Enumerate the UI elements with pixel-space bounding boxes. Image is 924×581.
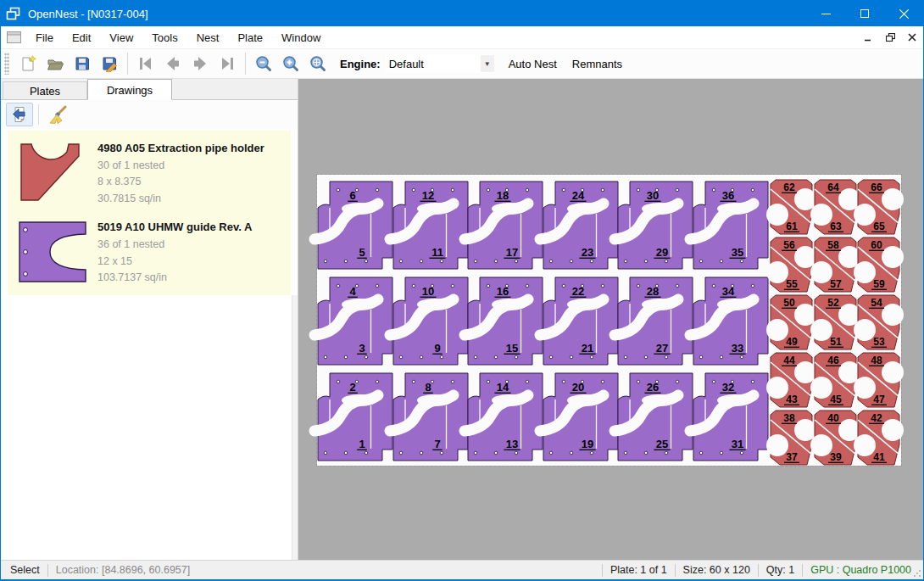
nested-part-pair[interactable]: 2827 <box>618 276 693 366</box>
nested-part-pair[interactable]: 1615 <box>468 276 543 366</box>
nested-part-pair[interactable]: 4039 <box>814 409 857 466</box>
minimize-button[interactable] <box>806 1 845 26</box>
chevron-down-icon[interactable]: ▼ <box>481 55 494 72</box>
menu-tools[interactable]: Tools <box>142 28 186 47</box>
next-plate-button[interactable] <box>186 52 214 75</box>
drawings-list: 4980 A05 Extraction pipe holder 30 of 1 … <box>8 131 291 295</box>
part-number: 24 <box>572 189 585 202</box>
nested-part-pair[interactable]: 1413 <box>468 372 543 462</box>
nested-part-pair[interactable]: 2423 <box>543 180 618 271</box>
nested-part-pair[interactable]: 5251 <box>814 293 857 351</box>
nested-part-pair[interactable]: 2625 <box>618 372 693 462</box>
part-number: 16 <box>497 285 509 298</box>
engine-select[interactable]: Default ▼ <box>386 54 494 73</box>
part-number: 39 <box>830 451 842 463</box>
nested-part-pair[interactable]: 4847 <box>857 351 900 409</box>
nested-part-pair[interactable]: 21 <box>318 372 392 462</box>
clean-broom-button[interactable] <box>44 103 71 126</box>
drawing-thumbnail-purple <box>14 219 92 286</box>
save-as-button[interactable] <box>96 52 123 75</box>
plate[interactable]: 6512111817242330293635431091615222128273… <box>317 175 901 466</box>
part-number: 5 <box>359 246 365 259</box>
nested-part-pair[interactable]: 5049 <box>770 293 813 351</box>
toolbar-grip[interactable] <box>4 53 9 75</box>
part-number: 28 <box>647 285 659 298</box>
document-system-icon[interactable] <box>1 31 26 43</box>
mdi-restore-button[interactable] <box>879 28 901 47</box>
mdi-close-button[interactable] <box>901 28 923 47</box>
panel-scrollbar[interactable] <box>292 295 298 560</box>
last-plate-button[interactable] <box>214 52 241 75</box>
nested-part-pair[interactable]: 3433 <box>693 276 768 366</box>
nested-part-pair[interactable]: 1817 <box>468 180 543 271</box>
zoom-out-button[interactable] <box>250 52 277 75</box>
nested-part-pair[interactable]: 4443 <box>770 351 813 409</box>
part-number: 49 <box>786 336 798 348</box>
nested-part-pair[interactable]: 6261 <box>770 178 813 236</box>
mdi-minimize-button[interactable] <box>857 28 879 47</box>
nested-part-pair[interactable]: 3231 <box>693 372 768 462</box>
menu-plate[interactable]: Plate <box>228 28 272 47</box>
main-toolbar: Engine: Default ▼ Auto Nest Remnants <box>1 48 923 79</box>
menu-edit[interactable]: Edit <box>63 28 100 47</box>
maximize-button[interactable] <box>845 1 884 26</box>
nested-part-pair[interactable]: 43 <box>318 276 392 366</box>
zoom-fit-button[interactable] <box>304 52 331 75</box>
nested-part-pair[interactable]: 109 <box>393 276 468 366</box>
nested-part-pair[interactable]: 2221 <box>543 276 618 366</box>
part-number: 64 <box>827 182 839 193</box>
part-number: 6 <box>349 189 355 202</box>
tab-drawings[interactable]: Drawings <box>87 79 172 100</box>
nested-part-pair[interactable]: 3029 <box>618 180 693 271</box>
part-number: 3 <box>359 342 365 355</box>
menu-file[interactable]: File <box>26 28 63 47</box>
nest-canvas[interactable]: 6512111817242330293635431091615222128273… <box>298 79 923 560</box>
part-number: 43 <box>786 394 798 405</box>
nested-part-pair[interactable]: 1211 <box>393 180 468 271</box>
remnants-button[interactable]: Remnants <box>565 53 630 75</box>
previous-plate-button[interactable] <box>159 52 186 75</box>
import-drawing-button[interactable] <box>6 103 33 126</box>
part-number: 58 <box>827 239 839 251</box>
nested-part-pair[interactable]: 2019 <box>543 372 618 462</box>
tab-plates[interactable]: Plates <box>3 81 87 99</box>
menu-nest[interactable]: Nest <box>187 28 229 47</box>
panel-empty-area <box>1 295 298 560</box>
nested-part-pair[interactable]: 5655 <box>770 236 813 293</box>
menu-window[interactable]: Window <box>272 28 330 47</box>
new-file-button[interactable] <box>14 52 42 75</box>
nested-part-pair[interactable]: 5453 <box>857 293 900 351</box>
first-plate-button[interactable] <box>132 52 159 75</box>
part-number: 34 <box>722 285 735 298</box>
nested-part-pair[interactable]: 3837 <box>770 409 813 466</box>
part-number: 66 <box>871 182 883 193</box>
drawing-item[interactable]: 4980 A05 Extraction pipe holder 30 of 1 … <box>8 134 291 213</box>
menu-view[interactable]: View <box>100 28 142 47</box>
part-number: 20 <box>572 381 584 394</box>
app-icon <box>1 7 26 20</box>
status-size: Size: 60 x 120 <box>683 564 750 576</box>
nested-part-pair[interactable]: 3635 <box>693 180 768 271</box>
part-number: 23 <box>582 246 593 259</box>
nested-part-pair[interactable]: 6463 <box>814 178 857 236</box>
nested-part-pair[interactable]: 6665 <box>857 178 900 236</box>
nested-part-pair[interactable]: 5857 <box>814 236 857 293</box>
nested-part-pair[interactable]: 87 <box>393 372 468 462</box>
drawing-item[interactable]: 5019 A10 UHMW guide Rev. A 36 of 1 neste… <box>8 213 291 292</box>
nested-part-pair[interactable]: 6059 <box>857 236 900 293</box>
part-number: 36 <box>722 189 734 202</box>
drawing-title: 5019 A10 UHMW guide Rev. A <box>97 219 252 237</box>
save-button[interactable] <box>69 52 96 75</box>
zoom-in-button[interactable] <box>277 52 304 75</box>
auto-nest-button[interactable]: Auto Nest <box>501 53 565 75</box>
resize-grip[interactable] <box>911 561 923 579</box>
nested-part-pair[interactable]: 65 <box>318 180 392 271</box>
close-button[interactable] <box>884 1 923 26</box>
open-file-button[interactable] <box>42 52 69 75</box>
engine-label: Engine: <box>340 58 381 70</box>
part-number: 31 <box>732 438 743 450</box>
status-gpu: GPU : Quadro P1000 <box>810 564 911 576</box>
drawing-title: 4980 A05 Extraction pipe holder <box>97 140 264 158</box>
nested-part-pair[interactable]: 4645 <box>814 351 857 409</box>
nested-part-pair[interactable]: 4241 <box>857 409 900 466</box>
